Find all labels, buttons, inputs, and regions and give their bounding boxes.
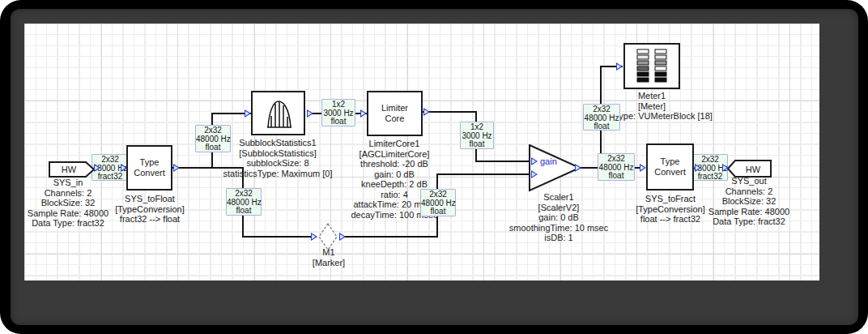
annotation-sys-to-fract: SYS_toFract [TypeConversion] float --> f…: [636, 194, 705, 225]
input-pin-icon[interactable]: [616, 62, 623, 71]
output-pin-icon[interactable]: [94, 164, 100, 172]
output-pin-icon[interactable]: [339, 233, 346, 241]
output-pin-icon[interactable]: [173, 164, 180, 172]
annotation-subblock: SubblockStatistics1 [SubblockStatistics]…: [223, 138, 332, 178]
scaler-triangle-shape: [530, 145, 580, 191]
histogram-icon: [261, 96, 296, 131]
input-pin-icon[interactable]: [360, 109, 367, 118]
wire[interactable]: [423, 111, 477, 113]
limiter-core-block[interactable]: Limiter Core: [367, 91, 423, 136]
hw-input-block[interactable]: HW: [49, 161, 95, 178]
type-convert-out-block[interactable]: Type Convert: [646, 143, 694, 191]
output-pin-icon[interactable]: [695, 164, 701, 172]
marker-block[interactable]: [317, 222, 340, 251]
input-pin-icon[interactable]: [121, 164, 127, 172]
annotation-scaler: Scaler1 [ScalerV2] gain: 0 dB smoothingT…: [509, 192, 608, 243]
wire[interactable]: [475, 161, 532, 162]
input-pin-icon[interactable]: [531, 157, 538, 165]
design-canvas[interactable]: SYS_in Channels: 2 BlockSize: 32 Sample …: [24, 24, 819, 280]
input-pin-icon[interactable]: [640, 164, 646, 172]
scaler-gain-pin-label: gain: [540, 156, 557, 166]
wire-label[interactable]: 2x32 48000 Hz float: [226, 188, 262, 216]
hw-output-label: HW: [746, 165, 761, 174]
wire-label[interactable]: 2x32 48000 Hz float: [583, 104, 620, 131]
wire-label[interactable]: 2x32 48000 Hz float: [420, 189, 456, 216]
wire-label[interactable]: 2x32 48000 Hz float: [598, 153, 635, 181]
vu-meter-icon: [634, 48, 670, 85]
marker-diamond-shape: [319, 224, 337, 250]
wire-label[interactable]: 2x32 48000 Hz float: [195, 125, 231, 152]
meter-block[interactable]: [623, 43, 680, 89]
annotation-sys-in: SYS_in Channels: 2 BlockSize: 32 Sample …: [28, 178, 108, 229]
output-pin-icon[interactable]: [423, 108, 430, 116]
wire[interactable]: [340, 236, 438, 238]
annotation-sys-to-float: SYS_toFloat [TypeConversion] fract32 -->…: [115, 194, 185, 225]
hw-input-label: HW: [62, 165, 77, 174]
annotation-sys-out: SYS_out Channels: 2 BlockSize: 32 Sample…: [708, 176, 789, 227]
input-pin-icon[interactable]: [722, 164, 729, 172]
subblock-statistics-block[interactable]: [251, 91, 305, 135]
wire[interactable]: [242, 236, 317, 238]
input-pin-icon[interactable]: [245, 109, 251, 118]
wire-label[interactable]: 1x2 3000 Hz float: [460, 122, 494, 149]
wire[interactable]: [436, 173, 530, 175]
output-pin-icon[interactable]: [307, 109, 313, 118]
hw-output-block[interactable]: HW: [727, 160, 772, 178]
output-pin-icon[interactable]: [575, 164, 581, 172]
input-pin-icon[interactable]: [311, 233, 317, 241]
type-convert-in-block[interactable]: Type Convert: [126, 145, 172, 191]
input-pin-icon[interactable]: [531, 170, 538, 178]
wire-label[interactable]: 1x2 3000 Hz float: [321, 99, 355, 126]
screenshot-stage: SYS_in Channels: 2 BlockSize: 32 Sample …: [0, 0, 868, 334]
